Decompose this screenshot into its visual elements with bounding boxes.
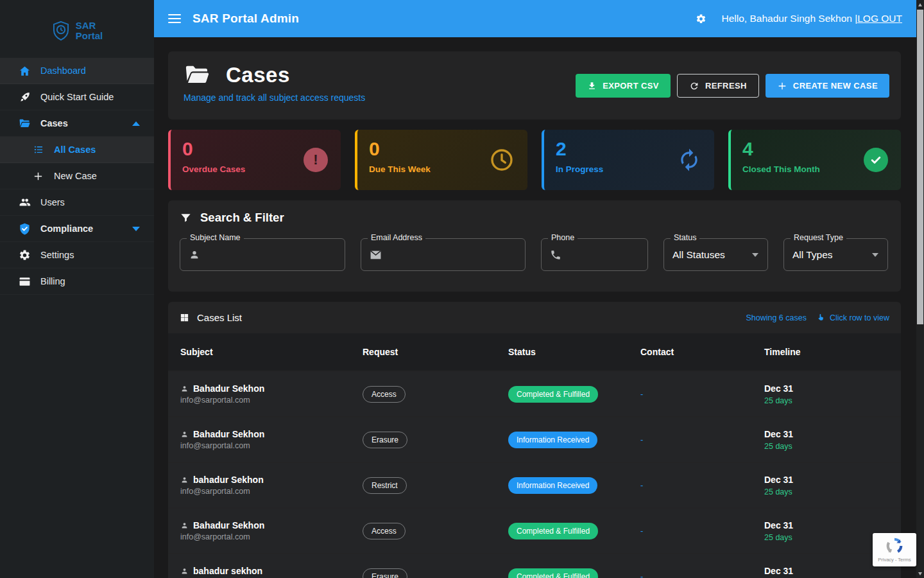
chevron-down-icon bbox=[752, 253, 758, 257]
alert-icon: ! bbox=[304, 148, 328, 172]
main-content: Cases Manage and track all subject acces… bbox=[154, 37, 916, 578]
contact-value: - bbox=[640, 480, 764, 490]
user-greeting: Hello, Bahadur Singh Sekhon |LOG OUT bbox=[722, 13, 902, 24]
vertical-scrollbar[interactable] bbox=[916, 0, 924, 578]
clock-icon bbox=[489, 147, 515, 173]
recaptcha-logo-icon bbox=[886, 537, 903, 555]
filter-funnel-icon bbox=[180, 212, 192, 224]
field-label: Email Address bbox=[368, 233, 425, 242]
timeline-date: Dec 31 bbox=[764, 475, 889, 485]
cases-table-body: Bahadur Sekhon info@sarportal.com Access… bbox=[168, 372, 901, 578]
download-icon bbox=[587, 81, 597, 91]
page-title: Cases bbox=[226, 63, 290, 87]
sidebar-item-compliance[interactable]: Compliance bbox=[0, 216, 154, 242]
person-icon bbox=[189, 249, 200, 261]
sidebar-item-label: Settings bbox=[40, 250, 74, 260]
sidebar-item-label: Cases bbox=[40, 118, 68, 128]
sidebar-item-new-case[interactable]: New Case bbox=[0, 163, 154, 189]
shield-check-icon bbox=[19, 223, 31, 235]
contact-value: - bbox=[640, 526, 764, 536]
logout-link[interactable]: |LOG OUT bbox=[855, 13, 902, 24]
sidebar-item-quick-start-guide[interactable]: Quick Start Guide bbox=[0, 84, 154, 110]
sidebar-item-label: Billing bbox=[40, 276, 65, 286]
table-grid-icon bbox=[180, 313, 189, 322]
gear-icon bbox=[19, 249, 31, 261]
recaptcha-links[interactable]: Privacy - Terms bbox=[878, 557, 911, 563]
sidebar-item-label: Dashboard bbox=[40, 66, 86, 76]
credit-card-icon bbox=[19, 276, 31, 288]
status-badge: Information Received bbox=[508, 432, 597, 448]
status-badge: Completed & Fulfilled bbox=[508, 523, 598, 539]
contact-value: - bbox=[640, 389, 764, 399]
table-row[interactable]: Bahadur Sekhon info@sarportal.com Access… bbox=[168, 372, 901, 416]
arrow-down-icon bbox=[918, 572, 922, 575]
timeline-date: Dec 31 bbox=[764, 566, 889, 576]
person-icon bbox=[180, 430, 189, 439]
hamburger-menu-icon[interactable] bbox=[168, 12, 181, 26]
sidebar-item-billing[interactable]: Billing bbox=[0, 268, 154, 295]
settings-gear-icon[interactable] bbox=[696, 13, 706, 24]
cases-list-title: Cases List bbox=[197, 312, 242, 323]
request-badge: Access bbox=[363, 386, 406, 403]
cases-list-card: Cases List Showing 6 cases Click row to … bbox=[168, 302, 901, 578]
table-row[interactable]: bahadur Sekhon info@sarportal.com Restri… bbox=[168, 463, 901, 507]
sync-icon bbox=[677, 148, 701, 172]
home-icon bbox=[19, 65, 31, 77]
check-circle-icon bbox=[864, 148, 888, 172]
sidebar-item-settings[interactable]: Settings bbox=[0, 242, 154, 268]
scroll-up-button[interactable] bbox=[916, 0, 924, 9]
folder-open-icon bbox=[184, 63, 212, 87]
email-address-input[interactable]: Email Address bbox=[361, 238, 526, 271]
sidebar-item-label: Users bbox=[40, 197, 65, 207]
stat-overdue-cases: 0 Overdue Cases ! bbox=[168, 130, 341, 190]
sidebar-item-cases[interactable]: Cases bbox=[0, 110, 154, 137]
request-badge: Erasure bbox=[363, 568, 407, 578]
table-row[interactable]: Bahadur Sekhon info@sarportal.com Access… bbox=[168, 509, 901, 553]
scroll-down-button[interactable] bbox=[916, 569, 924, 578]
plus-icon bbox=[777, 81, 787, 91]
sidebar-item-label: Compliance bbox=[40, 223, 93, 234]
sidebar-item-label: All Cases bbox=[54, 144, 96, 155]
sidebar-item-all-cases[interactable]: All Cases bbox=[0, 137, 154, 163]
create-new-case-button[interactable]: CREATE NEW CASE bbox=[766, 74, 889, 98]
column-header: Status bbox=[508, 347, 640, 357]
scrollbar-thumb[interactable] bbox=[917, 10, 923, 324]
status-select-value: All Statuses bbox=[672, 249, 725, 261]
pointer-hand-icon bbox=[816, 313, 825, 322]
field-label: Status bbox=[671, 233, 699, 242]
refresh-button[interactable]: REFRESH bbox=[677, 74, 759, 98]
table-row[interactable]: bahadur sekhon info@sarportal.com Erasur… bbox=[168, 554, 901, 578]
sidebar: SAR Portal Dashboard Quick Start Guide C… bbox=[0, 0, 154, 578]
sidebar-item-dashboard[interactable]: Dashboard bbox=[0, 58, 154, 84]
request-badge: Erasure bbox=[363, 432, 407, 448]
column-header: Request bbox=[363, 347, 508, 357]
subject-name: bahadur sekhon bbox=[193, 566, 262, 576]
status-select[interactable]: Status All Statuses bbox=[663, 238, 768, 271]
chevron-down-icon bbox=[132, 227, 140, 231]
app-logo: SAR Portal bbox=[0, 0, 154, 58]
timeline-days: 25 days bbox=[764, 396, 889, 405]
contact-value: - bbox=[640, 572, 764, 578]
sidebar-item-users[interactable]: Users bbox=[0, 189, 154, 216]
timeline-date: Dec 31 bbox=[764, 383, 889, 394]
sidebar-item-label: New Case bbox=[54, 171, 97, 181]
field-label: Phone bbox=[548, 233, 578, 242]
refresh-icon bbox=[689, 81, 699, 91]
field-label: Request Type bbox=[791, 233, 846, 242]
subject-name: Bahadur Sekhon bbox=[193, 520, 264, 530]
users-icon bbox=[19, 197, 31, 209]
filter-title: Search & Filter bbox=[200, 211, 284, 225]
topbar: SAR Portal Admin Hello, Bahadur Singh Se… bbox=[154, 0, 916, 37]
recaptcha-badge[interactable]: Privacy - Terms bbox=[873, 533, 916, 566]
stat-closed-this-month: 4 Closed This Month bbox=[728, 130, 901, 190]
phone-input[interactable]: Phone bbox=[541, 238, 648, 271]
request-badge: Access bbox=[363, 523, 406, 539]
request-type-select[interactable]: Request Type All Types bbox=[783, 238, 888, 271]
export-csv-button[interactable]: EXPORT CSV bbox=[576, 74, 671, 98]
timeline-date: Dec 31 bbox=[764, 429, 889, 439]
person-icon bbox=[180, 521, 189, 530]
app-title: SAR Portal Admin bbox=[193, 12, 299, 26]
showing-count: Showing 6 cases bbox=[746, 313, 807, 322]
subject-name-input[interactable]: Subject Name bbox=[180, 238, 345, 271]
table-row[interactable]: Bahadur Sekhon info@sarportal.com Erasur… bbox=[168, 417, 901, 462]
